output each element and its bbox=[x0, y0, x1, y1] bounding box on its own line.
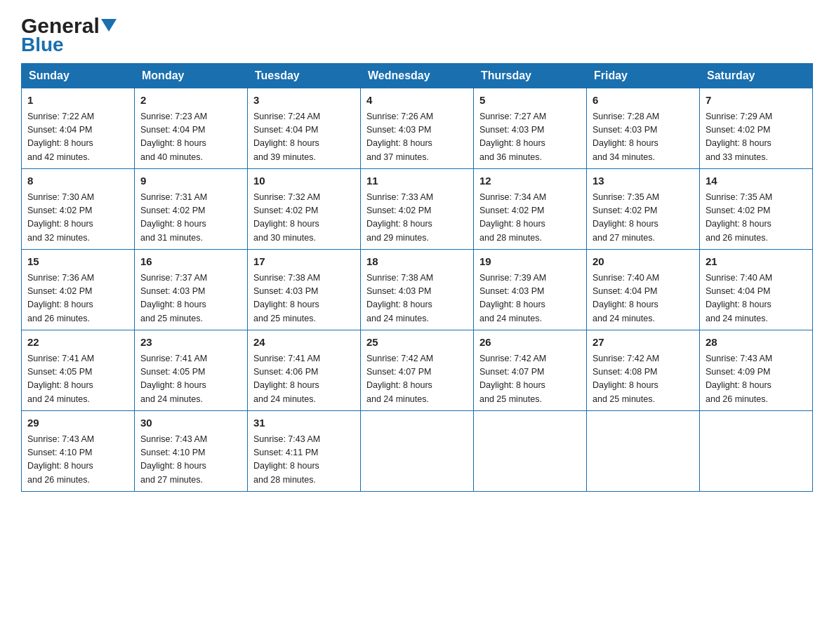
day-info: Sunrise: 7:41 AM Sunset: 4:05 PM Dayligh… bbox=[140, 352, 241, 407]
day-number: 11 bbox=[366, 173, 468, 189]
day-number: 7 bbox=[706, 93, 807, 109]
logo-blue: Blue bbox=[21, 34, 64, 55]
calendar-day-cell: 5 Sunrise: 7:27 AM Sunset: 4:03 PM Dayli… bbox=[474, 88, 587, 169]
day-number: 14 bbox=[706, 173, 807, 189]
day-number: 6 bbox=[593, 93, 694, 109]
calendar-day-cell: 3 Sunrise: 7:24 AM Sunset: 4:04 PM Dayli… bbox=[248, 88, 361, 169]
day-number: 23 bbox=[140, 335, 241, 351]
calendar-day-cell: 29 Sunrise: 7:43 AM Sunset: 4:10 PM Dayl… bbox=[22, 411, 135, 492]
day-number: 27 bbox=[593, 335, 694, 351]
day-number: 17 bbox=[253, 254, 355, 270]
day-number: 8 bbox=[27, 173, 128, 189]
day-info: Sunrise: 7:40 AM Sunset: 4:04 PM Dayligh… bbox=[593, 271, 694, 326]
calendar-day-cell: 19 Sunrise: 7:39 AM Sunset: 4:03 PM Dayl… bbox=[474, 250, 587, 330]
day-number: 29 bbox=[27, 415, 128, 431]
day-info: Sunrise: 7:36 AM Sunset: 4:02 PM Dayligh… bbox=[27, 271, 128, 326]
calendar-header-cell-thursday: Thursday bbox=[474, 64, 587, 88]
day-info: Sunrise: 7:31 AM Sunset: 4:02 PM Dayligh… bbox=[140, 191, 241, 246]
day-info: Sunrise: 7:32 AM Sunset: 4:02 PM Dayligh… bbox=[253, 191, 355, 246]
calendar-header-cell-friday: Friday bbox=[587, 64, 700, 88]
calendar-day-cell bbox=[587, 411, 700, 492]
calendar-day-cell bbox=[700, 411, 813, 492]
day-info: Sunrise: 7:34 AM Sunset: 4:02 PM Dayligh… bbox=[479, 191, 581, 246]
calendar-body: 1 Sunrise: 7:22 AM Sunset: 4:04 PM Dayli… bbox=[22, 88, 813, 492]
calendar-header-cell-sunday: Sunday bbox=[22, 64, 135, 88]
day-info: Sunrise: 7:30 AM Sunset: 4:02 PM Dayligh… bbox=[27, 191, 128, 246]
calendar-week-row: 29 Sunrise: 7:43 AM Sunset: 4:10 PM Dayl… bbox=[22, 411, 813, 492]
day-info: Sunrise: 7:22 AM Sunset: 4:04 PM Dayligh… bbox=[27, 110, 128, 165]
day-number: 5 bbox=[479, 93, 581, 109]
day-number: 20 bbox=[593, 254, 694, 270]
calendar-day-cell: 28 Sunrise: 7:43 AM Sunset: 4:09 PM Dayl… bbox=[700, 330, 813, 411]
day-number: 12 bbox=[479, 173, 581, 189]
calendar-day-cell: 15 Sunrise: 7:36 AM Sunset: 4:02 PM Dayl… bbox=[22, 250, 135, 330]
day-number: 15 bbox=[27, 254, 128, 270]
calendar-day-cell: 4 Sunrise: 7:26 AM Sunset: 4:03 PM Dayli… bbox=[361, 88, 474, 169]
day-number: 26 bbox=[479, 335, 581, 351]
calendar-week-row: 8 Sunrise: 7:30 AM Sunset: 4:02 PM Dayli… bbox=[22, 169, 813, 250]
day-info: Sunrise: 7:38 AM Sunset: 4:03 PM Dayligh… bbox=[253, 271, 355, 326]
day-number: 2 bbox=[140, 93, 241, 109]
day-number: 30 bbox=[140, 415, 241, 431]
logo-triangle-icon bbox=[101, 19, 117, 34]
calendar-day-cell: 10 Sunrise: 7:32 AM Sunset: 4:02 PM Dayl… bbox=[248, 169, 361, 250]
day-info: Sunrise: 7:43 AM Sunset: 4:09 PM Dayligh… bbox=[706, 352, 807, 407]
calendar-week-row: 1 Sunrise: 7:22 AM Sunset: 4:04 PM Dayli… bbox=[22, 88, 813, 169]
logo: General Blue bbox=[21, 14, 117, 56]
day-number: 28 bbox=[706, 335, 807, 351]
day-number: 3 bbox=[253, 93, 355, 109]
day-info: Sunrise: 7:39 AM Sunset: 4:03 PM Dayligh… bbox=[479, 271, 581, 326]
day-number: 25 bbox=[366, 335, 468, 351]
day-number: 9 bbox=[140, 173, 241, 189]
page-header: General Blue bbox=[21, 14, 813, 56]
day-info: Sunrise: 7:40 AM Sunset: 4:04 PM Dayligh… bbox=[706, 271, 807, 326]
day-info: Sunrise: 7:43 AM Sunset: 4:11 PM Dayligh… bbox=[253, 433, 355, 488]
day-number: 22 bbox=[27, 335, 128, 351]
calendar-day-cell: 24 Sunrise: 7:41 AM Sunset: 4:06 PM Dayl… bbox=[248, 330, 361, 411]
calendar-day-cell: 6 Sunrise: 7:28 AM Sunset: 4:03 PM Dayli… bbox=[587, 88, 700, 169]
day-info: Sunrise: 7:35 AM Sunset: 4:02 PM Dayligh… bbox=[593, 191, 694, 246]
day-info: Sunrise: 7:41 AM Sunset: 4:05 PM Dayligh… bbox=[27, 352, 128, 407]
calendar-day-cell: 14 Sunrise: 7:35 AM Sunset: 4:02 PM Dayl… bbox=[700, 169, 813, 250]
day-number: 21 bbox=[706, 254, 807, 270]
day-info: Sunrise: 7:43 AM Sunset: 4:10 PM Dayligh… bbox=[27, 433, 128, 488]
calendar-day-cell: 16 Sunrise: 7:37 AM Sunset: 4:03 PM Dayl… bbox=[135, 250, 248, 330]
svg-marker-0 bbox=[101, 19, 117, 32]
calendar-day-cell: 13 Sunrise: 7:35 AM Sunset: 4:02 PM Dayl… bbox=[587, 169, 700, 250]
day-info: Sunrise: 7:27 AM Sunset: 4:03 PM Dayligh… bbox=[479, 110, 581, 165]
calendar-day-cell: 17 Sunrise: 7:38 AM Sunset: 4:03 PM Dayl… bbox=[248, 250, 361, 330]
calendar-header-cell-saturday: Saturday bbox=[700, 64, 813, 88]
day-info: Sunrise: 7:42 AM Sunset: 4:08 PM Dayligh… bbox=[593, 352, 694, 407]
day-info: Sunrise: 7:28 AM Sunset: 4:03 PM Dayligh… bbox=[593, 110, 694, 165]
calendar-day-cell bbox=[474, 411, 587, 492]
day-info: Sunrise: 7:33 AM Sunset: 4:02 PM Dayligh… bbox=[366, 191, 468, 246]
calendar-day-cell: 8 Sunrise: 7:30 AM Sunset: 4:02 PM Dayli… bbox=[22, 169, 135, 250]
calendar-day-cell: 21 Sunrise: 7:40 AM Sunset: 4:04 PM Dayl… bbox=[700, 250, 813, 330]
day-number: 16 bbox=[140, 254, 241, 270]
day-info: Sunrise: 7:37 AM Sunset: 4:03 PM Dayligh… bbox=[140, 271, 241, 326]
calendar-day-cell: 12 Sunrise: 7:34 AM Sunset: 4:02 PM Dayl… bbox=[474, 169, 587, 250]
day-info: Sunrise: 7:41 AM Sunset: 4:06 PM Dayligh… bbox=[253, 352, 355, 407]
calendar-day-cell: 26 Sunrise: 7:42 AM Sunset: 4:07 PM Dayl… bbox=[474, 330, 587, 411]
day-info: Sunrise: 7:42 AM Sunset: 4:07 PM Dayligh… bbox=[366, 352, 468, 407]
day-info: Sunrise: 7:38 AM Sunset: 4:03 PM Dayligh… bbox=[366, 271, 468, 326]
day-info: Sunrise: 7:26 AM Sunset: 4:03 PM Dayligh… bbox=[366, 110, 468, 165]
calendar-day-cell: 22 Sunrise: 7:41 AM Sunset: 4:05 PM Dayl… bbox=[22, 330, 135, 411]
calendar-day-cell: 20 Sunrise: 7:40 AM Sunset: 4:04 PM Dayl… bbox=[587, 250, 700, 330]
day-number: 10 bbox=[253, 173, 355, 189]
day-number: 31 bbox=[253, 415, 355, 431]
calendar-day-cell: 25 Sunrise: 7:42 AM Sunset: 4:07 PM Dayl… bbox=[361, 330, 474, 411]
calendar-header: SundayMondayTuesdayWednesdayThursdayFrid… bbox=[22, 64, 813, 88]
day-number: 4 bbox=[366, 93, 468, 109]
calendar-day-cell: 30 Sunrise: 7:43 AM Sunset: 4:10 PM Dayl… bbox=[135, 411, 248, 492]
day-info: Sunrise: 7:42 AM Sunset: 4:07 PM Dayligh… bbox=[479, 352, 581, 407]
calendar-week-row: 22 Sunrise: 7:41 AM Sunset: 4:05 PM Dayl… bbox=[22, 330, 813, 411]
calendar-day-cell: 11 Sunrise: 7:33 AM Sunset: 4:02 PM Dayl… bbox=[361, 169, 474, 250]
day-number: 18 bbox=[366, 254, 468, 270]
day-number: 1 bbox=[27, 93, 128, 109]
calendar-header-cell-tuesday: Tuesday bbox=[248, 64, 361, 88]
calendar-day-cell: 18 Sunrise: 7:38 AM Sunset: 4:03 PM Dayl… bbox=[361, 250, 474, 330]
day-info: Sunrise: 7:23 AM Sunset: 4:04 PM Dayligh… bbox=[140, 110, 241, 165]
day-number: 24 bbox=[253, 335, 355, 351]
day-info: Sunrise: 7:35 AM Sunset: 4:02 PM Dayligh… bbox=[706, 191, 807, 246]
